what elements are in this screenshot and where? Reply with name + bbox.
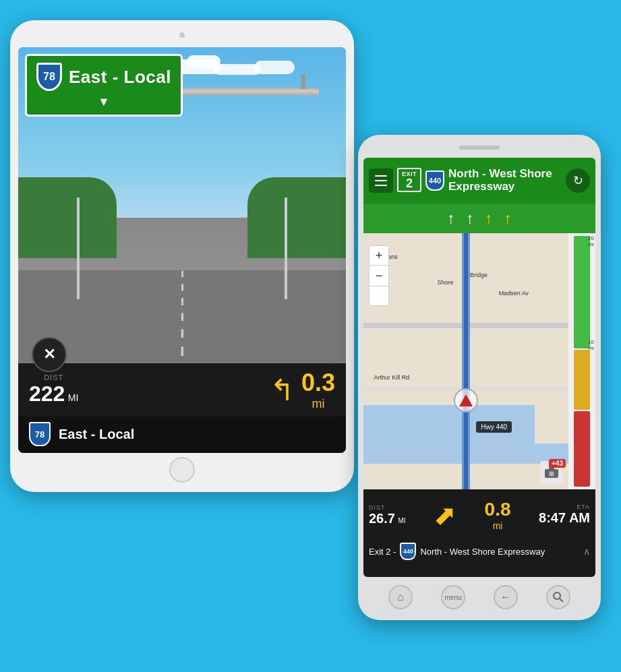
phone-search-button[interactable] <box>546 585 570 609</box>
traffic-bar <box>568 233 595 489</box>
expand-button[interactable]: ∧ <box>583 546 590 557</box>
pin-triangle <box>459 394 473 406</box>
phone-map[interactable]: Arthur Kill Rd Bridge Shore Madsen Av Ve… <box>363 233 568 489</box>
menu-button[interactable] <box>369 169 393 193</box>
sign-text: East - Local <box>69 67 171 88</box>
sign-top-row: 78 East - Local <box>36 63 171 91</box>
zoom-minus-button[interactable]: − <box>369 266 389 286</box>
zoom-plus-button[interactable]: + <box>369 245 389 266</box>
close-button[interactable]: ✕ <box>32 337 67 372</box>
location-pin <box>454 388 478 413</box>
phone-dist-unit: MI <box>398 517 405 524</box>
phone-turn-icon: ⬈ <box>434 499 456 530</box>
map-label-shore: Shore <box>437 279 453 286</box>
map-hwy-label: Hwy 440 <box>476 421 512 433</box>
map-road-route <box>464 233 468 489</box>
shield-number: 78 <box>43 71 55 82</box>
dist-label: DIST <box>29 373 78 381</box>
phone-bottom-top: DIST 26.7 MI ⬈ 0.8 mi ETA 8:47 AM <box>363 489 595 540</box>
phone-bottom-info: DIST 26.7 MI ⬈ 0.8 mi ETA 8:47 AM E <box>363 489 595 577</box>
phone-route-info: 440 North - West Shore Expressway <box>425 168 562 193</box>
svg-point-4 <box>554 592 560 599</box>
turn-distance: 0.3 mi <box>301 369 335 411</box>
cloud <box>254 61 295 74</box>
phone-dest-text: Exit 2 - <box>369 547 396 557</box>
traffic-10mi-label: 10mi <box>588 340 594 352</box>
tablet-bottom-bar <box>18 460 346 480</box>
phone-top-bar <box>363 146 595 154</box>
interstate-shield: 78 <box>36 63 62 91</box>
lane-arrow-3: ↑ <box>485 209 493 228</box>
traffic-red <box>574 411 590 487</box>
tablet-top-bar <box>18 32 346 42</box>
tablet-screen: ⬆ ⬆ 78 East - Local ▼ ✕ DIST <box>18 47 346 453</box>
phone-dest-route-name: North - West Shore Expressway <box>420 547 545 557</box>
tablet-device: ⬆ ⬆ 78 East - Local ▼ ✕ DIST <box>10 20 354 492</box>
destination-row: 78 East - Local <box>18 417 346 453</box>
traffic-20mi-label: 20mi <box>588 236 594 248</box>
dist-row: DIST 222 MI ↱ 0.3 mi <box>18 363 346 417</box>
traffic-yellow <box>574 350 590 410</box>
phone-dist-value-row: 26.7 MI <box>369 511 406 526</box>
phone-eta-section: ETA 8:47 AM <box>539 503 590 526</box>
route-name: North - West Shore Expressway <box>448 168 562 193</box>
search-icon <box>553 592 564 603</box>
phone-dist-label: DIST <box>369 504 406 511</box>
phone-bottom-bar: ⌂ menu ← <box>363 582 595 612</box>
turn-dist-value: 0.3 <box>301 369 335 396</box>
guardrail-right <box>285 197 287 299</box>
map-label-arthur-kill: Arthur Kill Rd <box>374 374 409 381</box>
phone-dest-row: Exit 2 - 440 North - West Shore Expressw… <box>363 540 595 564</box>
pin-outer <box>454 388 478 413</box>
phone-home-button[interactable]: ⌂ <box>388 585 413 609</box>
lane-arrow-4: ↑ <box>504 209 512 228</box>
tablet-nav-sign: 78 East - Local ▼ <box>25 54 183 117</box>
phone-screen: Arthur Kill Rd Bridge Shore Madsen Av Ve… <box>363 158 595 577</box>
lane-guidance-bar: ↑ ↑ ↑ ↑ <box>363 204 595 233</box>
phone-turn-dist-val: 0.8 <box>485 499 511 520</box>
map-label-bridge: Bridge <box>470 272 487 278</box>
phone-device: Arthur Kill Rd Bridge Shore Madsen Av Ve… <box>358 135 601 620</box>
menu-line <box>375 180 387 181</box>
dest-text: East - Local <box>59 427 134 442</box>
phone-back-button[interactable]: ← <box>494 585 518 609</box>
sign-arrow: ▼ <box>36 95 171 109</box>
phone-distance-section: DIST 26.7 MI <box>369 504 406 526</box>
phone-eta-value: 8:47 AM <box>539 510 590 526</box>
distance-section: DIST 222 MI <box>29 373 78 406</box>
dest-phone-shield: 440 <box>400 543 416 560</box>
phone-nav-header: EXIT 2 440 North - West Shore Expressway… <box>363 158 595 204</box>
exit-info: EXIT 2 440 North - West Shore Expressway <box>393 168 566 193</box>
camera-icon <box>545 467 558 478</box>
trees-left <box>18 177 117 258</box>
tablet-camera <box>179 32 185 38</box>
svg-line-5 <box>560 599 563 602</box>
menu-line <box>375 175 387 177</box>
phone-dist-value: 26.7 <box>369 511 395 526</box>
traffic-green <box>574 236 590 348</box>
dist-unit: MI <box>68 392 79 403</box>
exit-badge: EXIT 2 <box>397 168 421 192</box>
turn-arrow-icon: ↱ <box>270 373 295 407</box>
phone-turn-dist-unit: mi <box>485 520 511 531</box>
lane-arrow-2: ↑ <box>466 209 474 228</box>
phone-speaker <box>459 146 500 150</box>
tablet-home-button[interactable] <box>169 457 195 483</box>
trees-right <box>247 177 346 258</box>
turn-dist-unit: mi <box>301 397 335 411</box>
lane-arrow-1: ↑ <box>447 209 455 228</box>
dest-shield: 78 <box>29 422 51 446</box>
guardrail-left <box>77 197 80 299</box>
phone-shield: 440 <box>425 171 444 191</box>
phone-menu-button[interactable]: menu <box>441 585 465 609</box>
turn-section: ↱ 0.3 mi <box>270 369 335 411</box>
phone-eta-label: ETA <box>539 503 590 510</box>
route-top: 440 North - West Shore Expressway <box>425 168 562 193</box>
tablet-bottom-info: DIST 222 MI ↱ 0.3 mi 78 East - Local <box>18 363 346 453</box>
dist-value: 222 MI <box>29 381 78 406</box>
dist-number: 222 <box>29 381 65 406</box>
menu-line <box>375 185 387 186</box>
exit-number: 2 <box>406 177 413 189</box>
refresh-button[interactable]: ↻ <box>566 169 590 193</box>
phone-turn-dist: 0.8 mi <box>485 499 511 531</box>
